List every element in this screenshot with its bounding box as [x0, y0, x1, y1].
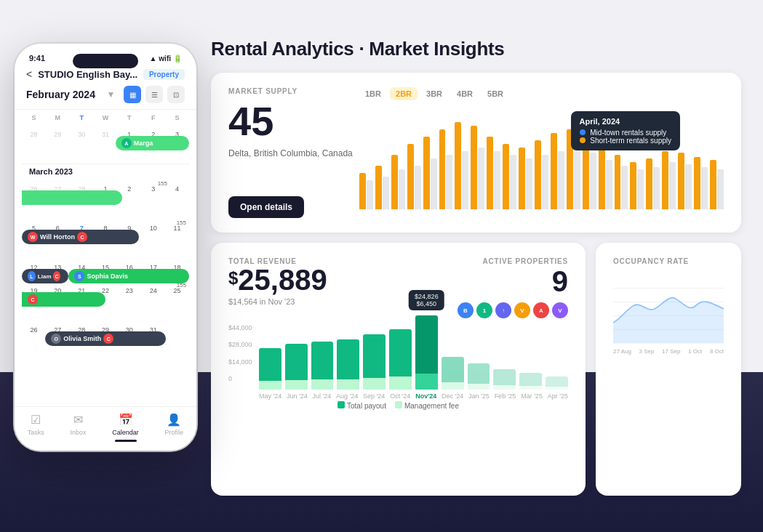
tab-4br[interactable]: 4BR: [451, 87, 479, 100]
phone-header: < STUDIO English Bay... Property Februar…: [15, 63, 196, 110]
month-label[interactable]: February 2024: [26, 89, 95, 100]
active-props-number: 9: [458, 265, 568, 298]
calendar-action-icons: ▦ ☰ ⊡: [124, 86, 185, 103]
rev-tooltip: $24,826 $6,450: [409, 290, 444, 310]
tab-1br[interactable]: 1BR: [359, 87, 387, 100]
inbox-icon: ✉: [73, 413, 83, 427]
rev-bar-oct: [389, 329, 412, 390]
rev-bar-jul: [311, 342, 334, 390]
phone-nav: < STUDIO English Bay... Property: [26, 68, 185, 80]
nav-tasks[interactable]: ☑ Tasks: [28, 413, 44, 442]
calendar-day-headers: S M T W T F S: [22, 110, 189, 124]
sophia-avatar: S: [74, 271, 84, 281]
booking-bar-marga[interactable]: A Marga: [116, 136, 189, 150]
cal-week-march-1: 26 27 28 1 2 3 4 155: [22, 179, 189, 199]
calendar-grid: S M T W T F S 28 29 30 31 1 2 3 A Ma: [15, 110, 196, 340]
phone-bottom-nav: ☑ Tasks ✉ Inbox 📅 Calendar 👤 Profile: [15, 406, 196, 451]
revenue-x-axis: May '24 Jun '24 Jul '24 Aug '24 Sep '24 …: [259, 392, 568, 400]
phone-mockup: 9:41 ▲ wifi 🔋 < STUDIO English Bay... Pr…: [15, 44, 196, 451]
revenue-bars: $24,826 $6,450: [259, 324, 568, 390]
nav-calendar[interactable]: 📅 Calendar: [112, 413, 139, 442]
booking-bar-olivia[interactable]: O Olivia Smith C: [45, 331, 166, 346]
rev-bar-apr: [546, 376, 568, 390]
market-supply-bars: April, 2024 Mid-town rentals supply Shor…: [359, 108, 724, 209]
tab-2br[interactable]: 2BR: [390, 87, 418, 100]
tab-3br[interactable]: 3BR: [420, 87, 448, 100]
cal-week-march-2: 5 6 7 8 9 10 11 W Will Horton C 155: [22, 218, 189, 238]
booking-bar-sophia-cont: C: [22, 292, 105, 307]
calendar-view-icon[interactable]: ▦: [124, 86, 141, 103]
property-tag[interactable]: Property: [143, 69, 185, 80]
occupancy-x-labels: 27 Aug 3 Sep 17 Sep 1 Oct 8 Oct: [613, 348, 724, 355]
rev-bar-sep: [363, 334, 386, 390]
booking-will-label: Will Horton: [40, 233, 75, 241]
cal-week-march-3: 12 13 14 15 16 17 18 L Liam C S: [22, 257, 189, 278]
prop-avatar-1: 1: [476, 302, 492, 318]
nav-inbox[interactable]: ✉ Inbox: [71, 413, 87, 442]
booking-bar-will[interactable]: W Will Horton C: [22, 230, 139, 244]
cal-week-march-5: 26 27 28 29 30 31 O Olivia Smith C: [22, 320, 189, 340]
rev-bar-jan: [468, 363, 490, 390]
phone-notch: [73, 54, 138, 68]
marga-avatar: A: [121, 138, 132, 148]
market-supply-chart: 1BR 2BR 3BR 4BR 5BR: [359, 87, 724, 218]
month-dropdown-icon[interactable]: ▼: [107, 89, 116, 100]
active-props-label: ACTIVE PROPERTIES: [458, 257, 568, 265]
status-icons: ▲ wifi 🔋: [149, 55, 182, 63]
property-name: STUDIO English Bay...: [38, 69, 143, 80]
rev-bar-jun: [285, 344, 308, 390]
booking-olivia-label: Olivia Smith: [63, 335, 101, 342]
market-supply-panel: MARKET SUPPLY 45 Delta, British Columbia…: [211, 73, 741, 233]
page-title: Rental Analytics · Market Insights: [211, 38, 505, 60]
bottom-row: TOTAL REVENUE $25,889 $14,564 in Nov '23…: [211, 243, 741, 496]
booking-bar-liam[interactable]: L Liam C: [22, 269, 68, 283]
bedroom-tabs[interactable]: 1BR 2BR 3BR 4BR 5BR: [359, 87, 724, 100]
market-supply-location: Delta, British Columbia, Canada: [228, 148, 359, 160]
occupancy-label: OCCUPANCY RATE: [613, 257, 724, 265]
calendar-controls: February 2024 ▼ ▦ ☰ ⊡: [26, 86, 185, 103]
tab-5br[interactable]: 5BR: [482, 87, 509, 100]
prop-avatar-5: V: [552, 302, 568, 318]
olivia-avatar: O: [51, 334, 61, 344]
open-details-button[interactable]: Open details: [228, 196, 304, 218]
liam-avatar: L: [28, 271, 36, 281]
prop-avatar-4: A: [533, 302, 549, 318]
back-button[interactable]: <: [26, 68, 32, 80]
occupancy-svg: [613, 273, 724, 345]
rev-bar-may: [259, 348, 281, 390]
occupancy-chart: [613, 273, 724, 345]
rev-bar-mar: [519, 373, 542, 390]
tasks-icon: ☑: [31, 413, 41, 427]
revenue-chart: $44,000 $28,000 $14,000 0: [228, 324, 568, 397]
march-separator: March 2023: [22, 164, 189, 179]
tooltip-mid-row: Mid-town rentals supply: [580, 129, 672, 137]
rev-bar-nov: $24,826 $6,450: [415, 315, 438, 390]
revenue-panel: TOTAL REVENUE $25,889 $14,564 in Nov '23…: [211, 243, 586, 496]
prop-avatar-3: V: [514, 302, 530, 318]
booking-bar-sophia[interactable]: S Sophia Davis: [68, 269, 189, 283]
tooltip-title: April, 2024: [580, 117, 672, 126]
rev-bar-aug: [337, 339, 359, 390]
tooltip-short-row: Short-term rentals supply: [580, 137, 672, 145]
calendar-icon: 📅: [119, 413, 133, 427]
phone-time: 9:41: [29, 54, 45, 63]
calendar-list-icon[interactable]: ☰: [145, 86, 163, 103]
calendar-settings-icon[interactable]: ⊡: [167, 86, 185, 103]
will-avatar: W: [28, 232, 38, 242]
liam-badge: C: [53, 271, 61, 281]
booking-marga-label: Marga: [134, 140, 153, 147]
chart-tooltip: April, 2024 Mid-town rentals supply Shor…: [571, 111, 681, 150]
cal-week-march-4: 19 20 21 22 23 24 25 C 155: [22, 281, 189, 301]
occupancy-area: [613, 298, 724, 344]
rev-bar-feb: [493, 369, 516, 390]
revenue-legend: Total payout Management fee: [228, 401, 568, 410]
olivia-badge: C: [103, 334, 113, 344]
property-avatars: B 1 ↑ V A V: [458, 302, 568, 318]
market-supply-number: 45: [228, 101, 359, 142]
dashboard: MARKET SUPPLY 45 Delta, British Columbia…: [211, 73, 741, 496]
nav-profile[interactable]: 👤 Profile: [165, 413, 184, 442]
booking-sophia-label: Sophia Davis: [87, 273, 128, 280]
booking-bar-marga-cont: [22, 190, 122, 205]
occupancy-panel: OCCUPANCY RATE 27 Aug: [596, 243, 741, 496]
sophia-cont-badge: C: [28, 294, 38, 305]
